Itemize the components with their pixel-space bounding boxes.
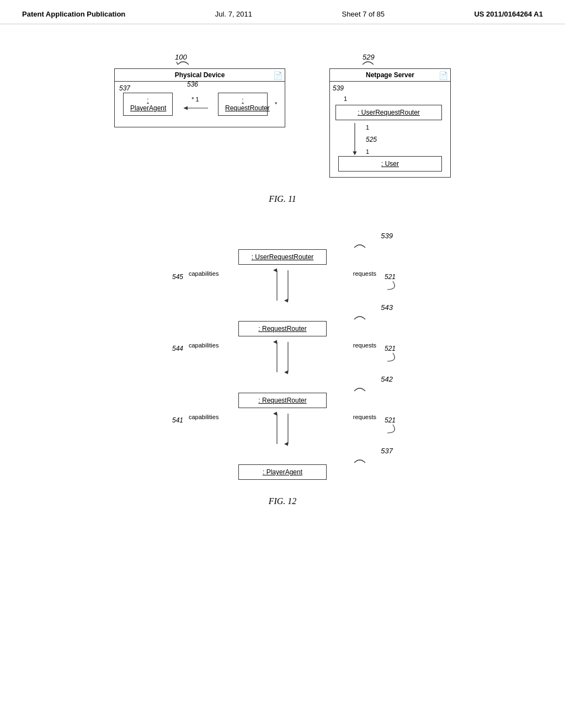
header-patent: US 2011/0164264 A1	[474, 10, 543, 18]
ref-537-fig12: 537	[381, 447, 393, 455]
connector-1-2: 545 capabilities requests 521	[156, 265, 409, 303]
fig12-node-3: 542 : RequestRouter	[156, 375, 409, 408]
urr-ref-line: 1	[335, 95, 442, 102]
mult-bottom: 1	[366, 148, 377, 155]
ref-arrow-529	[360, 56, 387, 67]
physical-device-icon: 📄	[273, 71, 282, 80]
vert-arrow-svg	[347, 123, 363, 156]
netpage-server-box: Netpage Server 📄 539 1 : UserRequestRout…	[329, 68, 451, 178]
ref-arrow-100	[172, 56, 216, 67]
ref-curve-521-3	[371, 419, 404, 436]
ref-541: 541	[172, 416, 183, 424]
ref-536: 536	[187, 81, 198, 88]
ref-542: 542	[381, 375, 393, 383]
connector-2-3: 544 capabilities requests 521	[156, 336, 409, 375]
netpage-server-title: Netpage Server	[330, 69, 450, 82]
connector-3-4: 541 capabilities requests 521	[156, 408, 409, 447]
ref-545: 545	[172, 273, 183, 281]
vert-connector: 1 525 1	[347, 123, 442, 156]
arrow-svg-1	[227, 265, 338, 303]
physical-device-title: Physical Device	[115, 69, 285, 82]
ref-curve-539	[349, 241, 376, 249]
fig12-container: 539 : UserRequestRouter 545 capabilities…	[156, 232, 409, 480]
ref-543: 543	[381, 303, 393, 312]
arrow-svg-3	[227, 408, 338, 447]
user-request-router-entity: : UserRequestRouter	[335, 105, 442, 120]
request-router-entity-fig11: : RequestRouter	[218, 93, 268, 116]
ref-537-fig11: 537	[119, 84, 130, 92]
mult-star-1: * 1	[191, 96, 199, 103]
fig11-diagram: 100 Physical Device 📄 537 : PlayerAgent	[33, 52, 532, 178]
fig12-node-1: 539 : UserRequestRouter	[156, 232, 409, 265]
physical-device-inner: 537 : PlayerAgent 536 * 1	[115, 82, 285, 127]
mult-star-right: *	[275, 101, 277, 108]
svg-line-0	[177, 62, 178, 65]
ref-539-fig11: 539	[333, 84, 344, 92]
mult-1-1: 1 525 1	[366, 123, 377, 156]
fig12-label: FIG. 12	[33, 496, 532, 506]
ref-curve-521-1	[371, 276, 404, 292]
header-sheet: Sheet 7 of 85	[342, 10, 385, 18]
player-agent-entity: : PlayerAgent	[123, 93, 173, 116]
rr-box-543: : RequestRouter	[238, 321, 327, 336]
ref-curve-537	[349, 456, 376, 464]
fig12-diagram: 539 : UserRequestRouter 545 capabilities…	[33, 232, 532, 480]
capabilities-label-3: capabilities	[189, 414, 218, 420]
rr-box-542: : RequestRouter	[238, 393, 327, 408]
physical-device-box: Physical Device 📄 537 : PlayerAgent 536 …	[114, 68, 285, 127]
pa-box-fig12: : PlayerAgent	[238, 464, 327, 480]
capabilities-label-1: capabilities	[189, 270, 218, 277]
ref-525: 525	[366, 136, 377, 143]
header-date: Jul. 7, 2011	[215, 10, 252, 18]
fig12-node-2: 543 : RequestRouter	[156, 303, 409, 336]
arrow-svg	[182, 104, 209, 113]
ref-544: 544	[172, 345, 183, 352]
mult-1-top: 1	[344, 95, 442, 102]
capabilities-label-2: capabilities	[189, 342, 218, 349]
fig12-node-4: 537 : PlayerAgent	[156, 447, 409, 480]
page-header: Patent Application Publication Jul. 7, 2…	[0, 0, 565, 24]
urr-box-fig12: : UserRequestRouter	[238, 249, 327, 265]
netpage-server-icon: 📄	[439, 71, 448, 80]
main-content: 100 Physical Device 📄 537 : PlayerAgent	[0, 24, 565, 523]
fig11-label: FIG. 11	[33, 194, 532, 204]
arrow-svg-2	[227, 336, 338, 375]
ref-curve-543	[349, 313, 376, 321]
netpage-server-inner: 539 1 : UserRequestRouter	[330, 82, 450, 177]
ref-curve-521-2	[371, 347, 404, 364]
mult-top: 1	[366, 124, 377, 131]
header-publication: Patent Application Publication	[22, 10, 125, 18]
user-entity: : User	[338, 156, 442, 172]
mult-arrow: 536 * 1	[182, 96, 209, 113]
ref-curve-542	[349, 384, 376, 393]
ref-539-fig12: 539	[381, 232, 393, 240]
